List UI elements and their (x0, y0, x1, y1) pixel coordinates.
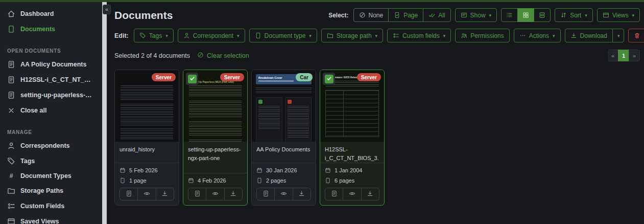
page-icon (120, 177, 126, 184)
download-button[interactable]: Download (565, 29, 613, 42)
select-none-button[interactable]: None (353, 8, 389, 22)
preview-button[interactable] (274, 188, 292, 200)
file-check-icon (394, 12, 400, 18)
document-card-grid: Server unraid_history 5 Feb 2026 1 page … (114, 70, 640, 206)
tag-badge[interactable]: Car (296, 73, 313, 81)
download-split-button: Download ▾ (565, 29, 625, 42)
tag-badge[interactable]: Server (152, 73, 176, 81)
sidebar-item-correspondents[interactable]: Correspondents (0, 138, 102, 153)
view-mode-list-button[interactable] (501, 8, 518, 22)
sidebar-item-dashboard[interactable]: Dashboard (0, 6, 102, 21)
sidebar-item-close-all[interactable]: Close all (0, 103, 102, 118)
sidebar-item-aa-policy-documents[interactable]: AA Policy Documents (0, 57, 102, 72)
created-date-row: 4 Feb 2026 (188, 177, 243, 184)
progress-bar (0, 0, 644, 2)
card-thumbnail[interactable]: Setting Up Paperless NGX (Part One) Serv… (183, 70, 247, 142)
view-mode-grid-button[interactable] (517, 8, 534, 22)
sidebar-item-label: AA Policy Documents (20, 61, 86, 68)
download-caret-button[interactable]: ▾ (612, 29, 625, 42)
sort-dropdown-button[interactable]: Sort ▾ (555, 8, 593, 22)
tag-badge[interactable]: Server (357, 73, 381, 81)
sidebar-item-storage-paths[interactable]: Storage Paths (0, 183, 102, 198)
view-mode-group (501, 8, 551, 22)
preview-button[interactable] (137, 188, 155, 200)
download-document-button[interactable] (156, 188, 174, 200)
card-title[interactable]: unraid_history (115, 142, 179, 163)
document-card[interactable]: Breakdown Cover Car AA Policy Documents … (251, 70, 316, 206)
download-icon (367, 190, 373, 198)
card-title[interactable]: AA Policy Documents (252, 142, 316, 163)
document-details-button[interactable] (188, 188, 206, 200)
trash-icon (634, 32, 640, 39)
card-title[interactable]: setting-up-paperless-ngx-part-one (183, 142, 247, 173)
main-content: Documents Select: NonePageAll Show ▾ Sor… (107, 0, 644, 224)
sidebar-item-custom-fields[interactable]: Custom Fields (0, 198, 102, 214)
view-mode-cards-button[interactable] (534, 8, 551, 22)
card-thumbnail[interactable]: Firmware / BIOS Release Notes Form Serve… (320, 70, 384, 142)
file-text-icon (7, 91, 15, 99)
tag-badge[interactable]: Server (220, 73, 244, 81)
selected-checkbox[interactable] (323, 73, 335, 85)
select-all-button[interactable]: All (423, 8, 450, 22)
pagination-page-1[interactable]: 1 (618, 50, 629, 61)
created-date-row: 5 Feb 2026 (120, 167, 174, 173)
views-dropdown-button[interactable]: Views ▾ (597, 8, 640, 22)
page-title: Documents (114, 9, 173, 21)
sidebar-item-setting-up-paperless-ngx-part-one[interactable]: setting-up-paperless-ngx-part-one (0, 87, 102, 103)
tags-dropdown-button[interactable]: Tags▾ (134, 29, 174, 42)
sidebar-item-label: Documents (20, 26, 55, 33)
tag-icon (7, 157, 15, 165)
card-thumbnail[interactable]: Server (115, 70, 179, 142)
edit-button-row: Tags▾Correspondent▾Document type▾Storage… (134, 29, 510, 42)
card-thumbnail[interactable]: Breakdown Cover Car (252, 70, 316, 142)
sidebar-item-label: H12SSL-i_C_CT_NT_BIOS_3.3_rele... (20, 76, 95, 83)
show-dropdown-button[interactable]: Show ▾ (455, 8, 497, 22)
preview-button[interactable] (206, 188, 224, 200)
created-date: 1 Jan 2004 (335, 167, 362, 173)
chevron-down-icon: ▾ (165, 33, 168, 38)
sidebar-manage-nav: CorrespondentsTags#Document TypesStorage… (0, 138, 102, 224)
pagination-prev-button[interactable]: « (608, 50, 618, 61)
sidebar-item-document-types[interactable]: #Document Types (0, 169, 102, 183)
sidebar-item-label: Dashboard (20, 10, 54, 17)
sidebar-item-tags[interactable]: Tags (0, 153, 102, 169)
file-text-icon (331, 190, 338, 198)
card-action-group (325, 188, 379, 200)
check-icon (326, 74, 332, 83)
preview-button[interactable] (343, 188, 361, 200)
selected-checkbox[interactable] (186, 73, 198, 85)
document-details-button[interactable] (120, 188, 137, 200)
calendar-icon (120, 167, 126, 173)
sidebar-item-documents[interactable]: Documents (0, 21, 102, 37)
delete-button[interactable]: Delete (628, 29, 644, 42)
storage-path-dropdown-button[interactable]: Storage path▾ (321, 29, 383, 42)
download-document-button[interactable] (224, 188, 242, 200)
pagination-next-button[interactable]: » (629, 50, 640, 61)
document-card[interactable]: Server unraid_history 5 Feb 2026 1 page (114, 70, 179, 206)
page-count-row: 1 page (120, 177, 174, 184)
document-details-button[interactable] (325, 188, 343, 200)
document-details-button[interactable] (257, 188, 274, 200)
document-card[interactable]: Setting Up Paperless NGX (Part One) Serv… (183, 70, 248, 206)
clear-selection-link[interactable]: Clear selection (197, 52, 249, 60)
edit-label: Edit: (114, 32, 129, 39)
sidebar-resize-divider[interactable] (102, 0, 107, 224)
permissions-button[interactable]: Permissions (455, 29, 509, 42)
select-page-button[interactable]: Page (388, 8, 423, 22)
card-info: 30 Jan 2026 2 pages (252, 163, 316, 205)
show-fields-icon (461, 12, 467, 18)
sidebar-collapse-button[interactable]: « (103, 5, 111, 14)
sidebar-item-h12ssl-i-c-ct-nt-bios-3-3-rele[interactable]: H12SSL-i_C_CT_NT_BIOS_3.3_rele... (0, 72, 102, 87)
custom-fields-dropdown-button[interactable]: Custom fields▾ (387, 29, 451, 42)
actions-dropdown-button[interactable]: Actions ▾ (514, 29, 561, 42)
download-document-button[interactable] (293, 188, 311, 200)
download-document-button[interactable] (361, 188, 379, 200)
document-card[interactable]: Firmware / BIOS Release Notes Form Serve… (320, 70, 385, 206)
card-title[interactable]: H12SSL-i_C_CT_NT_BIOS_3.3_release_notes (320, 142, 384, 163)
three-dots-icon (519, 32, 526, 39)
slash-circle-icon (197, 52, 204, 60)
document-type-dropdown-button[interactable]: Document type▾ (249, 29, 317, 42)
correspondent-dropdown-button[interactable]: Correspondent▾ (178, 29, 245, 42)
sidebar-item-saved-views[interactable]: Saved Views (0, 214, 102, 224)
cards-icon (539, 12, 545, 18)
